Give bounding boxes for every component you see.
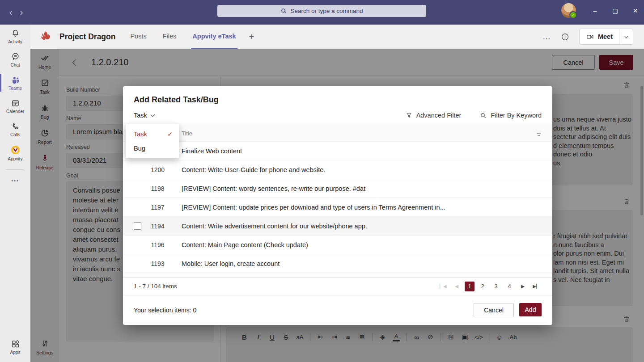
type-dropdown-menu: Task ✓ Bug (126, 124, 179, 158)
previous-page-button[interactable]: ◀ (451, 282, 462, 291)
search-input[interactable]: Search or type a command (217, 5, 426, 17)
next-page-button[interactable]: ▶ (517, 282, 528, 291)
last-page-button[interactable]: ▶▏ (531, 282, 542, 291)
row-id: 1194 (141, 223, 174, 230)
filter-by-keyword-button[interactable]: Filter By Keyword (480, 112, 542, 119)
team-logo-phoenix-icon (39, 30, 51, 43)
meet-button-main[interactable]: Meet (580, 29, 619, 44)
page-2-button[interactable]: 2 (477, 282, 488, 291)
table-row[interactable]: Finalize Web content (123, 142, 552, 160)
filter-by-keyword-label: Filter By Keyword (491, 112, 542, 119)
row-title: Content: Main Page content (Check update… (182, 241, 308, 248)
rail-item-activity[interactable]: Activity (0, 25, 30, 48)
pagination-summary: 1 - 7 / 104 items (134, 283, 177, 290)
rail-item-calender[interactable]: Calender (0, 94, 30, 118)
table-header-row: Title (123, 125, 552, 142)
row-title: Finalize Web content (182, 147, 242, 155)
page-3-button[interactable]: 3 (491, 282, 501, 291)
window-maximize-button[interactable]: ▢ (605, 0, 625, 21)
window-minimize-button[interactable]: – (585, 0, 605, 21)
rail-item-calls[interactable]: Calls (0, 118, 30, 141)
channel-header: Project Dragon Posts Files Appvity eTask… (30, 25, 644, 49)
info-icon[interactable] (561, 33, 569, 41)
row-id: 1196 (141, 241, 174, 248)
teams-app-rail: Activity Chat Teams Calender Calls Appvi… (0, 25, 30, 362)
bell-icon (11, 29, 20, 38)
apps-grid-icon (11, 339, 20, 349)
team-name: Project Dragon (59, 32, 115, 42)
search-icon (480, 112, 487, 119)
table-row[interactable]: 1193 Mobile: User login, create account (123, 254, 552, 273)
rail-label: Calls (10, 132, 20, 137)
table-row[interactable]: 1194 Content: Write advertisement conten… (123, 217, 552, 236)
window-close-button[interactable]: ✕ (625, 0, 644, 21)
type-dropdown-value: Task (134, 112, 147, 119)
row-id: 1193 (141, 260, 174, 267)
rail-label: Calender (6, 109, 25, 114)
page-1-button[interactable]: 1 (465, 282, 475, 291)
table-row[interactable]: 1197 [REVIEW] Content: update prices per… (123, 198, 552, 217)
pagination-bar: 1 - 7 / 104 items ▏◀ ◀ 1 2 3 4 ▶ ▶▏ (123, 277, 552, 295)
presence-available-icon: ✓ (569, 11, 577, 19)
rail-label: Chat (10, 63, 20, 67)
advanced-filter-label: Advanced Filter (416, 112, 462, 119)
chevron-down-icon (624, 34, 628, 38)
chevron-down-icon (150, 113, 155, 117)
rail-label: Activity (8, 39, 22, 44)
rail-item-chat[interactable]: Chat (0, 48, 30, 71)
option-label: Bug (134, 145, 145, 152)
table-row[interactable]: 1196 Content: Main Page content (Check u… (123, 236, 552, 254)
avatar[interactable]: ✓ (561, 3, 576, 18)
dropdown-option-bug[interactable]: Bug (126, 141, 179, 156)
tab-appvity-etask[interactable]: Appvity eTask (191, 25, 237, 49)
table-row[interactable]: 1198 [REVIEW] Content: wordy sentences, … (123, 179, 552, 198)
meet-button[interactable]: Meet (579, 29, 633, 45)
row-title: [REVIEW] Content: update prices per down… (182, 204, 445, 211)
dialog-cancel-button[interactable]: Cancel (474, 303, 514, 317)
chat-bubble-icon (11, 52, 20, 61)
table-row[interactable]: 1200 Content: Write User-Guide for phone… (123, 160, 552, 179)
first-page-button[interactable]: ▏◀ (438, 282, 449, 291)
channel-more-options-icon[interactable]: … (542, 32, 551, 42)
nav-back-icon[interactable]: ‹ (5, 7, 16, 17)
type-dropdown-trigger[interactable]: Task (134, 112, 154, 119)
dialog-footer: Your selection items: 0 Cancel Add (123, 295, 552, 325)
dialog-add-button[interactable]: Add (519, 303, 542, 316)
rail-item-teams[interactable]: Teams (0, 71, 30, 94)
column-filter-icon[interactable] (535, 130, 542, 135)
tab-posts[interactable]: Posts (129, 25, 148, 49)
row-title: [REVIEW] Content: wordy sentences, re-wr… (182, 185, 365, 192)
row-title: Content: Write User-Guide for phone and … (182, 166, 325, 173)
selection-summary: Your selection items: 0 (134, 307, 196, 314)
funnel-icon (406, 112, 412, 119)
meet-options-button[interactable] (619, 29, 633, 44)
tab-files[interactable]: Files (161, 25, 178, 49)
page-4-button[interactable]: 4 (504, 282, 515, 291)
add-related-task-bug-dialog: Add Related Task/Bug Task Advanced Filte… (123, 86, 552, 325)
option-label: Task (134, 130, 147, 138)
row-id: 1197 (141, 204, 174, 211)
search-placeholder: Search or type a command (290, 8, 363, 14)
calendar-icon (11, 98, 20, 108)
rail-item-apps[interactable]: Apps (0, 335, 30, 358)
video-camera-icon (586, 33, 594, 41)
add-tab-button[interactable]: + (249, 32, 254, 42)
phone-icon (11, 122, 20, 131)
meet-label: Meet (598, 33, 613, 40)
rail-label: Appvity (8, 156, 23, 161)
row-title: Mobile: User login, create account (182, 260, 280, 267)
nav-forward-icon[interactable]: › (16, 7, 27, 17)
search-icon (280, 8, 287, 14)
teams-people-icon (10, 75, 21, 84)
row-checkbox[interactable] (134, 222, 141, 230)
dialog-title: Add Related Task/Bug (123, 86, 552, 105)
rail-more-apps-icon[interactable]: ••• (0, 174, 30, 187)
check-icon: ✓ (167, 130, 173, 138)
appvity-logo-icon (10, 145, 21, 155)
advanced-filter-button[interactable]: Advanced Filter (406, 112, 462, 119)
rail-divider (6, 169, 24, 170)
titlebar: ‹ › Search or type a command ✓ – ▢ ✕ (0, 0, 644, 25)
rail-item-appvity[interactable]: Appvity (0, 141, 30, 165)
rail-label: Apps (10, 350, 21, 355)
dropdown-option-task[interactable]: Task ✓ (126, 127, 179, 141)
